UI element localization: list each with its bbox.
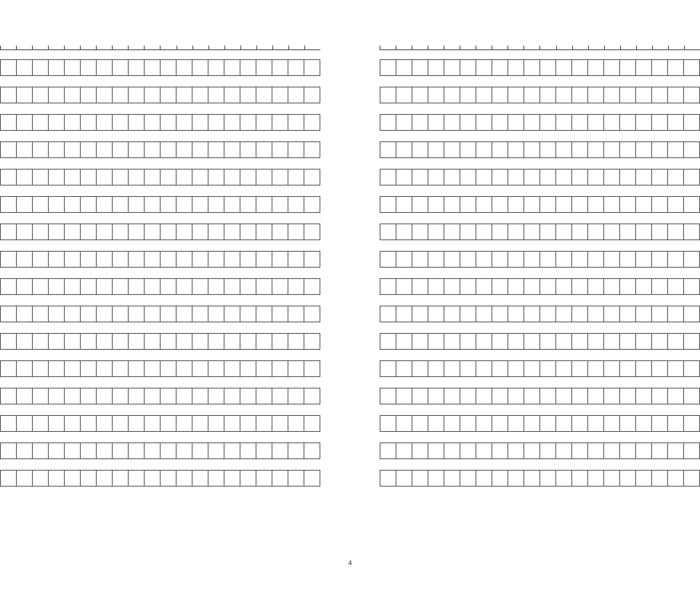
grid-cell bbox=[683, 224, 700, 240]
grid-cell bbox=[32, 87, 49, 103]
grid-row bbox=[380, 87, 700, 103]
grid-cell bbox=[32, 169, 49, 186]
grid-cell bbox=[555, 470, 572, 487]
grid-cell bbox=[539, 388, 556, 404]
grid-cell bbox=[683, 114, 700, 131]
grid-cell bbox=[444, 442, 460, 459]
grid-cell bbox=[635, 442, 652, 459]
grid-cell bbox=[48, 114, 65, 131]
left-column bbox=[0, 46, 320, 497]
grid-cell bbox=[683, 415, 700, 432]
grid-cell bbox=[272, 87, 288, 103]
grid-cell bbox=[288, 360, 304, 377]
grid-cell bbox=[508, 114, 524, 131]
grid-cell bbox=[396, 196, 412, 213]
grid-cell bbox=[539, 87, 556, 103]
grid-cell bbox=[603, 141, 620, 158]
grid-cell bbox=[256, 442, 272, 459]
grid-row bbox=[0, 59, 320, 76]
grid-cell bbox=[0, 251, 17, 268]
grid-cell bbox=[128, 169, 145, 186]
grid-cell bbox=[476, 141, 492, 158]
grid-cell bbox=[0, 442, 17, 459]
grid-cell bbox=[288, 306, 304, 322]
grid-cell bbox=[48, 388, 65, 404]
grid-cell bbox=[192, 306, 208, 322]
grid-row bbox=[0, 442, 320, 459]
grid-cell bbox=[492, 442, 508, 459]
grid-cell bbox=[112, 87, 129, 103]
grid-cell bbox=[444, 415, 460, 432]
grid-cell bbox=[651, 87, 668, 103]
grid-cell bbox=[48, 415, 65, 432]
grid-cell bbox=[619, 87, 636, 103]
grid-cell bbox=[635, 360, 652, 377]
grid-cell bbox=[492, 360, 508, 377]
grid-cell bbox=[571, 442, 588, 459]
grid-cell bbox=[412, 470, 428, 487]
grid-cell bbox=[112, 360, 129, 377]
grid-cell bbox=[667, 442, 684, 459]
grid-cell bbox=[444, 196, 460, 213]
grid-row bbox=[380, 224, 700, 240]
grid-cell bbox=[635, 388, 652, 404]
grid-cell bbox=[508, 442, 524, 459]
grid-cell bbox=[16, 114, 33, 131]
grid-cell bbox=[587, 87, 604, 103]
grid-cell bbox=[0, 360, 17, 377]
grid-cell bbox=[176, 59, 192, 76]
grid-cell bbox=[460, 306, 476, 322]
grid-cell bbox=[32, 59, 49, 76]
grid-cell bbox=[651, 306, 668, 322]
grid-cell bbox=[539, 59, 556, 76]
grid-cell bbox=[555, 59, 572, 76]
grid-cell bbox=[683, 196, 700, 213]
grid-cell bbox=[380, 141, 396, 158]
grid-cell bbox=[144, 442, 161, 459]
ruler bbox=[0, 46, 320, 50]
grid-cell bbox=[80, 169, 97, 186]
grid-cell bbox=[240, 470, 256, 487]
grid-cell bbox=[619, 59, 636, 76]
grid-cell bbox=[460, 169, 476, 186]
grid-cell bbox=[192, 360, 208, 377]
grid-cell bbox=[603, 306, 620, 322]
grid-cell bbox=[555, 333, 572, 350]
grid-cell bbox=[272, 415, 288, 432]
grid-cell bbox=[587, 333, 604, 350]
grid-cell bbox=[619, 388, 636, 404]
grid-cell bbox=[396, 470, 412, 487]
grid-cell bbox=[32, 388, 49, 404]
grid-cell bbox=[555, 278, 572, 295]
grid-cell bbox=[508, 278, 524, 295]
grid-cell bbox=[144, 224, 161, 240]
grid-cell bbox=[492, 388, 508, 404]
grid-cell bbox=[603, 442, 620, 459]
grid-cell bbox=[240, 278, 256, 295]
grid-cell bbox=[256, 360, 272, 377]
grid-cell bbox=[380, 278, 396, 295]
grid-cell bbox=[288, 388, 304, 404]
grid-row bbox=[380, 251, 700, 268]
grid-cell bbox=[683, 251, 700, 268]
grid-cell bbox=[0, 470, 17, 487]
grid-cell bbox=[208, 169, 224, 186]
grid-cell bbox=[80, 196, 97, 213]
grid-cell bbox=[635, 306, 652, 322]
grid-cell bbox=[128, 388, 145, 404]
grid-cell bbox=[0, 388, 17, 404]
grid-cell bbox=[272, 278, 288, 295]
grid-cell bbox=[192, 59, 208, 76]
grid-cell bbox=[619, 306, 636, 322]
grid-cell bbox=[444, 87, 460, 103]
grid-cell bbox=[603, 169, 620, 186]
grid-cell bbox=[288, 196, 304, 213]
grid-cell bbox=[651, 141, 668, 158]
grid-cell bbox=[523, 360, 540, 377]
grid-cell bbox=[240, 224, 256, 240]
grid-cell bbox=[128, 470, 145, 487]
grid-cell bbox=[444, 360, 460, 377]
grid-cell bbox=[380, 59, 396, 76]
grid-cell bbox=[32, 360, 49, 377]
grid-cell bbox=[0, 114, 17, 131]
